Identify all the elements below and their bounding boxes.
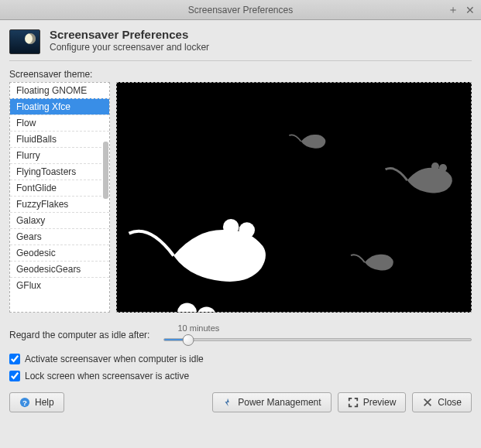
help-icon: ? (19, 397, 30, 408)
header-text: Screensaver Preferences Configure your s… (50, 28, 209, 53)
slider-thumb[interactable] (183, 334, 194, 346)
theme-list-item[interactable]: Floating Xfce (10, 98, 109, 115)
close-icon[interactable]: ✕ (464, 4, 476, 16)
help-button[interactable]: ? Help (9, 392, 64, 412)
svg-point-4 (431, 162, 439, 170)
preview-button[interactable]: Preview (338, 392, 407, 412)
theme-list-item[interactable]: Gears (10, 228, 109, 245)
theme-list-item[interactable]: FuzzyFlakes (10, 196, 109, 212)
theme-list-item[interactable]: Galaxy (10, 212, 109, 228)
activate-checkbox-row[interactable]: Activate screensaver when computer is id… (9, 354, 472, 364)
page-subtitle: Configure your screensaver and locker (50, 42, 209, 53)
theme-list-item[interactable]: Floating GNOME (10, 83, 109, 98)
theme-list-item[interactable]: GFlux (10, 277, 109, 293)
svg-point-5 (439, 164, 447, 172)
activate-checkbox[interactable] (9, 354, 20, 364)
power-icon (222, 397, 233, 408)
idle-value-label: 10 minutes (177, 323, 472, 333)
power-button-label: Power Management (238, 397, 321, 408)
theme-list-item[interactable]: GeodesicGears (10, 261, 109, 277)
theme-list-item[interactable]: FlyingToasters (10, 163, 109, 180)
svg-point-3 (197, 306, 216, 312)
lock-checkbox[interactable] (9, 371, 20, 381)
button-bar: ? Help Power Management Preview Close (9, 392, 472, 412)
close-x-icon (422, 397, 433, 408)
lock-checkbox-label: Lock screen when screensaver is active (25, 371, 189, 381)
preview-button-label: Preview (363, 397, 397, 408)
titlebar[interactable]: Screensaver Preferences ＋ ✕ (0, 0, 481, 20)
close-button[interactable]: Close (412, 392, 472, 412)
theme-list[interactable]: Floating GNOMEFloating XfceFlowFluidBall… (9, 82, 110, 313)
screensaver-preview (116, 82, 472, 313)
lock-checkbox-row[interactable]: Lock screen when screensaver is active (9, 371, 472, 381)
theme-row: Floating GNOMEFloating XfceFlowFluidBall… (9, 82, 472, 313)
theme-list-item[interactable]: Flow (10, 115, 109, 131)
close-button-label: Close (438, 397, 462, 408)
window-body: Screensaver Preferences Configure your s… (0, 20, 481, 448)
minimize-icon[interactable]: ＋ (447, 4, 459, 16)
svg-text:?: ? (22, 398, 27, 407)
power-management-button[interactable]: Power Management (212, 392, 331, 412)
theme-list-item[interactable]: FluidBalls (10, 131, 109, 147)
idle-slider[interactable] (163, 333, 472, 346)
fullscreen-icon (348, 397, 359, 408)
header: Screensaver Preferences Configure your s… (9, 28, 472, 61)
window-title: Screensaver Preferences (188, 5, 293, 15)
svg-point-2 (177, 303, 197, 312)
scrollbar-thumb[interactable] (103, 142, 108, 199)
help-button-label: Help (35, 397, 54, 408)
theme-list-item[interactable]: Geodesic (10, 245, 109, 261)
page-title: Screensaver Preferences (50, 28, 209, 41)
idle-slider-row: Regard the computer as idle after: 10 mi… (9, 323, 472, 346)
screensaver-app-icon (9, 29, 40, 54)
activate-checkbox-label: Activate screensaver when computer is id… (25, 354, 204, 364)
theme-list-item[interactable]: Flurry (10, 147, 109, 163)
svg-point-0 (223, 219, 239, 235)
theme-list-item[interactable]: FontGlide (10, 180, 109, 196)
svg-point-1 (239, 222, 255, 238)
idle-label: Regard the computer as idle after: (9, 330, 149, 340)
titlebar-controls: ＋ ✕ (447, 4, 476, 16)
slider-track (163, 338, 472, 341)
theme-list-label: Screensaver theme: (9, 69, 472, 80)
